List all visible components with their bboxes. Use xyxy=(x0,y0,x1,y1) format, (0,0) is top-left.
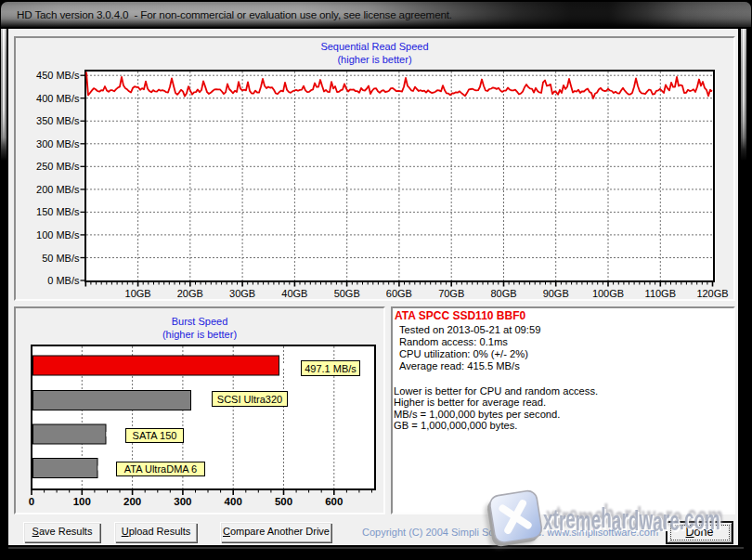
svg-text:400: 400 xyxy=(225,496,242,507)
svg-text:40GB: 40GB xyxy=(281,288,307,299)
svg-text:497.1 MB/s: 497.1 MB/s xyxy=(305,363,357,374)
svg-text:70GB: 70GB xyxy=(438,288,464,299)
svg-text:150 MB/s: 150 MB/s xyxy=(36,206,80,217)
svg-text:300: 300 xyxy=(174,496,191,507)
svg-text:400 MB/s: 400 MB/s xyxy=(36,93,80,104)
svg-text:350 MB/s: 350 MB/s xyxy=(36,115,80,126)
svg-text:ATA UltraDMA 6: ATA UltraDMA 6 xyxy=(124,463,197,475)
svg-text:0 MB/s: 0 MB/s xyxy=(47,275,80,286)
svg-text:450 MB/s: 450 MB/s xyxy=(36,70,80,81)
svg-text:10GB: 10GB xyxy=(125,288,151,299)
svg-text:0: 0 xyxy=(29,496,34,507)
svg-text:SCSI Ultra320: SCSI Ultra320 xyxy=(217,394,282,405)
svg-text:600: 600 xyxy=(325,496,343,507)
svg-text:200 MB/s: 200 MB/s xyxy=(36,184,80,195)
svg-text:20GB: 20GB xyxy=(177,288,203,299)
svg-text:110GB: 110GB xyxy=(645,288,676,299)
svg-text:60GB: 60GB xyxy=(386,288,412,299)
svg-text:100GB: 100GB xyxy=(592,288,624,299)
svg-text:30GB: 30GB xyxy=(229,288,255,299)
svg-text:100 MB/s: 100 MB/s xyxy=(36,229,80,241)
svg-text:250 MB/s: 250 MB/s xyxy=(36,161,80,172)
svg-text:50 MB/s: 50 MB/s xyxy=(42,253,80,264)
svg-text:300 MB/s: 300 MB/s xyxy=(36,138,80,150)
svg-text:120GB: 120GB xyxy=(696,288,728,299)
svg-text:80GB: 80GB xyxy=(490,288,516,299)
svg-text:90GB: 90GB xyxy=(543,288,569,299)
svg-text:100: 100 xyxy=(73,496,91,507)
svg-text:500: 500 xyxy=(275,496,292,507)
svg-text:50GB: 50GB xyxy=(334,288,360,299)
svg-text:200: 200 xyxy=(123,496,141,507)
svg-text:SATA 150: SATA 150 xyxy=(133,430,177,441)
svg-text:xtremehardware.com: xtremehardware.com xyxy=(543,503,720,537)
